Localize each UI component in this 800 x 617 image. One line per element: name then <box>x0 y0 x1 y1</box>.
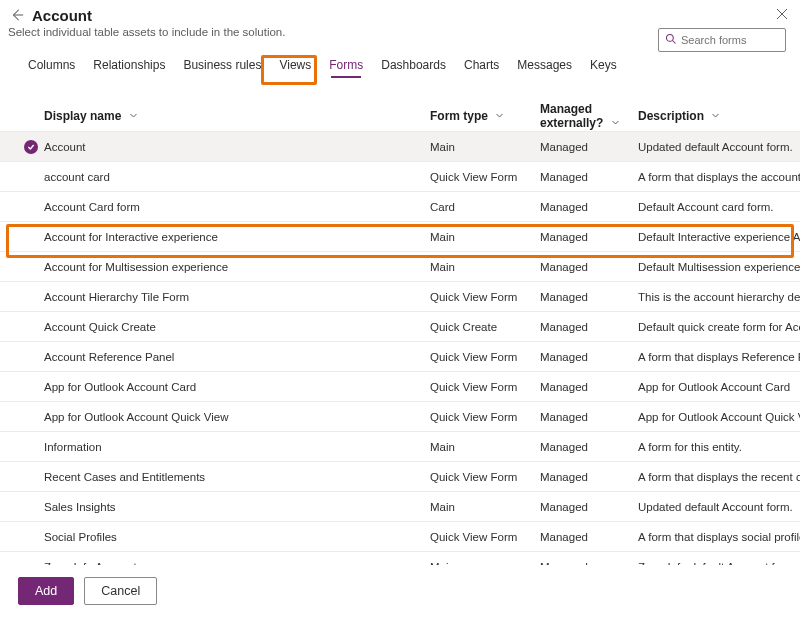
cell-display-name: Account Quick Create <box>44 321 430 333</box>
cell-display-name: Sales Insights <box>44 501 430 513</box>
header-display-name-label: Display name <box>44 109 121 123</box>
cell-description: Default Interactive experience Account <box>638 231 800 243</box>
cell-managed: Managed <box>540 471 638 483</box>
cell-display-name: Account for Interactive experience <box>44 231 430 243</box>
cell-managed: Managed <box>540 351 638 363</box>
tab-dashboards[interactable]: Dashboards <box>381 58 446 80</box>
cell-description: Default quick create form for Account <box>638 321 800 333</box>
table-row[interactable]: AccountMainManagedUpdated default Accoun… <box>0 132 800 162</box>
cell-managed: Managed <box>540 381 638 393</box>
cell-description: A form for this entity. <box>638 441 800 453</box>
cell-description: App for Outlook Account Quick View <box>638 411 800 423</box>
tab-forms[interactable]: Forms <box>329 58 363 80</box>
cell-form-type: Quick View Form <box>430 531 540 543</box>
cell-display-name: App for Outlook Account Card <box>44 381 430 393</box>
cell-managed: Managed <box>540 441 638 453</box>
tab-business-rules[interactable]: Business rules <box>183 58 261 80</box>
header-description[interactable]: Description <box>638 109 800 123</box>
cell-description: A form that displays the account card. <box>638 171 800 183</box>
header-form-type[interactable]: Form type <box>430 109 540 123</box>
chevron-down-icon <box>495 111 504 120</box>
header-managed[interactable]: Managed externally? <box>540 102 638 130</box>
cell-description: A form that displays Reference Panel of <box>638 351 800 363</box>
cell-form-type: Card <box>430 201 540 213</box>
dialog-header: Account <box>0 0 800 26</box>
cell-form-type: Quick Create <box>430 321 540 333</box>
header-display-name[interactable]: Display name <box>44 109 430 123</box>
table-header-row: Display name Form type Managed externall… <box>0 100 800 132</box>
cancel-button[interactable]: Cancel <box>84 577 157 605</box>
table-row[interactable]: Account Quick CreateQuick CreateManagedD… <box>0 312 800 342</box>
cell-display-name: Social Profiles <box>44 531 430 543</box>
cell-description: Default Account card form. <box>638 201 800 213</box>
table-row[interactable]: InformationMainManagedA form for this en… <box>0 432 800 462</box>
tab-keys[interactable]: Keys <box>590 58 617 80</box>
cell-description: A form that displays social profiles of … <box>638 531 800 543</box>
tab-charts[interactable]: Charts <box>464 58 499 80</box>
cell-display-name: Account Hierarchy Tile Form <box>44 291 430 303</box>
cell-form-type: Main <box>430 441 540 453</box>
tab-messages[interactable]: Messages <box>517 58 572 80</box>
cell-form-type: Quick View Form <box>430 381 540 393</box>
table-row[interactable]: Recent Cases and EntitlementsQuick View … <box>0 462 800 492</box>
cell-managed: Managed <box>540 201 638 213</box>
checkmark-icon <box>24 140 38 154</box>
cell-form-type: Main <box>430 501 540 513</box>
add-button[interactable]: Add <box>18 577 74 605</box>
cell-form-type: Quick View Form <box>430 411 540 423</box>
table-row[interactable]: Account Hierarchy Tile FormQuick View Fo… <box>0 282 800 312</box>
tab-columns[interactable]: Columns <box>28 58 75 80</box>
cell-form-type: Quick View Form <box>430 471 540 483</box>
cell-display-name: Information <box>44 441 430 453</box>
table-row[interactable]: App for Outlook Account Quick ViewQuick … <box>0 402 800 432</box>
cell-display-name: Account Reference Panel <box>44 351 430 363</box>
table-row[interactable]: Account for Interactive experienceMainMa… <box>0 222 800 252</box>
cell-form-type: Quick View Form <box>430 291 540 303</box>
cell-display-name: account card <box>44 171 430 183</box>
cell-managed: Managed <box>540 531 638 543</box>
cell-display-name: App for Outlook Account Quick View <box>44 411 430 423</box>
table-row[interactable]: Social ProfilesQuick View FormManagedA f… <box>0 522 800 552</box>
cell-form-type: Quick View Form <box>430 351 540 363</box>
cell-managed: Managed <box>540 411 638 423</box>
cell-managed: Managed <box>540 231 638 243</box>
header-description-label: Description <box>638 109 704 123</box>
header-form-type-label: Form type <box>430 109 488 123</box>
cell-description: A form that displays the recent cases an <box>638 471 800 483</box>
cell-managed: Managed <box>540 261 638 273</box>
cell-display-name: Recent Cases and Entitlements <box>44 471 430 483</box>
cell-form-type: Quick View Form <box>430 171 540 183</box>
chevron-down-icon <box>611 118 620 127</box>
page-title: Account <box>32 7 92 24</box>
cell-form-type: Main <box>430 261 540 273</box>
cell-managed: Managed <box>540 171 638 183</box>
forms-table: Display name Form type Managed externall… <box>0 100 800 582</box>
cell-description: Default Multisession experience Accoun <box>638 261 800 273</box>
cell-managed: Managed <box>540 291 638 303</box>
tabs-bar: Columns Relationships Business rules Vie… <box>0 44 800 80</box>
cell-display-name: Account for Multisession experience <box>44 261 430 273</box>
table-row[interactable]: Account Card formCardManagedDefault Acco… <box>0 192 800 222</box>
table-row[interactable]: Sales InsightsMainManagedUpdated default… <box>0 492 800 522</box>
cell-managed: Managed <box>540 321 638 333</box>
table-row[interactable]: Account for Multisession experienceMainM… <box>0 252 800 282</box>
tab-views[interactable]: Views <box>279 58 311 80</box>
cell-managed: Managed <box>540 141 638 153</box>
dialog-footer: Add Cancel <box>0 565 800 617</box>
back-icon[interactable] <box>8 6 26 24</box>
header-managed-label: Managed externally? <box>540 102 603 130</box>
chevron-down-icon <box>711 111 720 120</box>
cell-managed: Managed <box>540 501 638 513</box>
close-icon[interactable] <box>774 6 790 22</box>
table-row[interactable]: account cardQuick View FormManagedA form… <box>0 162 800 192</box>
row-checkbox[interactable] <box>18 140 44 154</box>
cell-description: Updated default Account form. <box>638 141 800 153</box>
cell-description: Updated default Account form. <box>638 501 800 513</box>
cell-form-type: Main <box>430 231 540 243</box>
cell-display-name: Account <box>44 141 430 153</box>
tab-relationships[interactable]: Relationships <box>93 58 165 80</box>
cell-display-name: Account Card form <box>44 201 430 213</box>
table-row[interactable]: App for Outlook Account CardQuick View F… <box>0 372 800 402</box>
cell-description: App for Outlook Account Card <box>638 381 800 393</box>
table-row[interactable]: Account Reference PanelQuick View FormMa… <box>0 342 800 372</box>
